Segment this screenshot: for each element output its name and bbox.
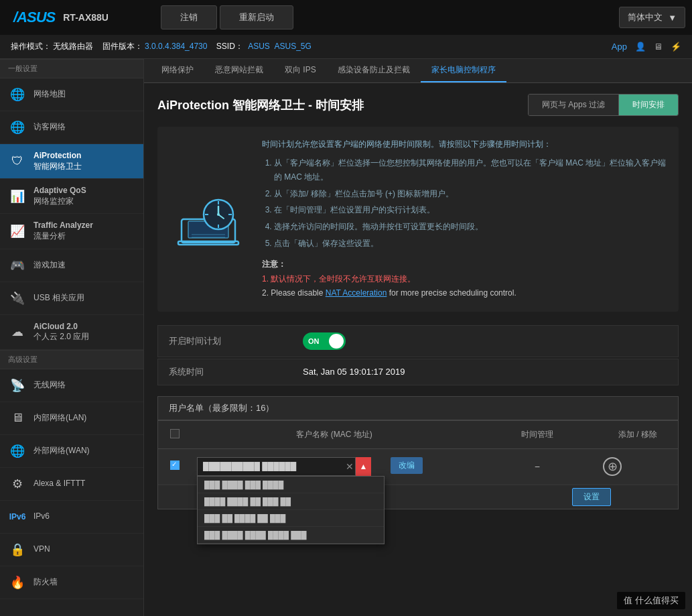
- lang-label: 简体中文: [628, 11, 663, 23]
- mode-label: 操作模式：: [11, 42, 51, 51]
- user-icon[interactable]: 👤: [635, 42, 646, 52]
- sidebar-item-lan[interactable]: 🖥 内部网络(LAN): [0, 402, 143, 435]
- note-warning-1: 1. 默认情况下，全时段不允许互联网连接。: [262, 274, 415, 284]
- sidebar-label-adaptive-qos: Adaptive QoS网络监控家: [33, 186, 86, 206]
- toggle-on-label: ON: [303, 337, 320, 345]
- col-header-add: 添加 / 移除: [598, 426, 678, 443]
- step-1: 从「客户端名称」栏位选择一位您想控制其网络使用的用户。您也可以在「客户端 MAC…: [274, 156, 668, 185]
- edit-button[interactable]: 改编: [391, 457, 423, 474]
- tab-network-protection[interactable]: 网络保护: [151, 59, 204, 82]
- dropdown-item-3[interactable]: ███ ██ ████ ██ ███: [198, 510, 384, 527]
- row-checkbox-cell: [158, 458, 192, 475]
- usb-icon[interactable]: ⚡: [671, 42, 681, 52]
- note-label: 注意：: [262, 259, 286, 269]
- wireless-icon: 📡: [8, 376, 27, 395]
- watermark: 值 什么值得买: [617, 592, 685, 609]
- input-dropdown-button[interactable]: ▲: [356, 457, 371, 476]
- info-icon-area: [168, 137, 249, 301]
- top-bar: /ASUS RT-AX88U 注销 重新启动 简体中文 ▼: [0, 0, 692, 35]
- lang-selector[interactable]: 简体中文 ▼: [619, 7, 685, 28]
- step-2: 从「添加/ 移除」栏位点击加号 (+) 图标新增用户。: [274, 187, 668, 202]
- ssid-value2[interactable]: ASUS_5G: [275, 42, 312, 51]
- info-description: 时间计划允许您设置客户端的网络使用时间限制。请按照以下步骤使用时间计划：: [262, 137, 668, 152]
- sidebar-label-network-map: 网络地图: [33, 89, 66, 100]
- sub-nav: 网络保护 恶意网站拦截 双向 IPS 感染设备防止及拦截 家长电脑控制程序: [144, 59, 692, 83]
- row-checkbox[interactable]: [170, 460, 180, 470]
- add-user-button[interactable]: ⊕: [603, 457, 622, 476]
- usb-apps-icon: 🔌: [8, 289, 27, 308]
- info-text: 时间计划允许您设置客户端的网络使用时间限制。请按照以下步骤使用时间计划： 从「客…: [262, 137, 668, 301]
- sidebar-item-vpn[interactable]: 🔒 VPN: [0, 534, 143, 566]
- sidebar-item-guest-network[interactable]: 🌐 访客网络: [0, 111, 143, 144]
- status-text: 操作模式： 无线路由器 固件版本： 3.0.0.4.384_4730 SSID：…: [11, 41, 312, 52]
- system-time-label: 系统时间: [169, 366, 303, 378]
- mode-value: 无线路由器: [53, 42, 93, 51]
- sidebar-item-game-boost[interactable]: 🎮 游戏加速: [0, 249, 143, 282]
- info-steps: 从「客户端名称」栏位选择一位您想控制其网络使用的用户。您也可以在「客户端 MAC…: [262, 156, 668, 251]
- tab-parental-control[interactable]: 家长电脑控制程序: [421, 59, 506, 82]
- schedule-toggle-row: 开启时间计划 ON: [157, 325, 679, 357]
- user-list-header: 用户名单（最多限制：16）: [157, 396, 679, 420]
- input-clear-button[interactable]: ✕: [346, 461, 354, 472]
- tab-malicious-site[interactable]: 恶意网站拦截: [204, 59, 274, 82]
- sidebar-item-traffic-analyzer[interactable]: 📈 Traffic Analyzer流量分析: [0, 214, 143, 249]
- sidebar-item-wireless[interactable]: 📡 无线网络: [0, 369, 143, 402]
- name-input-area: ✕ ▲: [197, 457, 371, 476]
- tab-infected-device[interactable]: 感染设备防止及拦截: [327, 59, 421, 82]
- wan-icon: 🌐: [8, 442, 27, 460]
- game-boost-icon: 🎮: [8, 256, 27, 275]
- ssid-value1[interactable]: ASUS: [248, 42, 270, 51]
- sidebar-item-usb-apps[interactable]: 🔌 USB 相关应用: [0, 282, 143, 315]
- info-section: 时间计划允许您设置客户端的网络使用时间限制。请按照以下步骤使用时间计划： 从「客…: [157, 127, 679, 312]
- info-note: 注意： 1. 默认情况下，全时段不允许互联网连接。 2. Please disa…: [262, 257, 668, 301]
- col-header-name: 客户名称 (MAC 地址): [192, 426, 477, 443]
- schedule-toggle-switch[interactable]: ON: [303, 332, 346, 350]
- dropdown-list: ███ ████ ███ ████ ████ ████ ██ ███ ██ ██…: [197, 476, 385, 544]
- nat-acceleration-link[interactable]: NAT Acceleration: [326, 288, 387, 298]
- sidebar-item-adaptive-qos[interactable]: 📊 Adaptive QoS网络监控家: [0, 179, 143, 214]
- reboot-button[interactable]: 重新启动: [220, 5, 293, 29]
- page-content: AiProtection 智能网络卫士 - 时间安排 网页与 Apps 过滤 时…: [144, 83, 692, 520]
- settings-button[interactable]: 设置: [572, 488, 611, 506]
- monitor-icon[interactable]: 🖥: [654, 42, 663, 52]
- dropdown-item-4[interactable]: ███ ████ ████ ████ ███: [198, 527, 384, 544]
- dropdown-item-2[interactable]: ████ ████ ██ ███ ██: [198, 493, 384, 510]
- aicloud-icon: ☁: [8, 322, 27, 341]
- clock-laptop-icon: [175, 189, 242, 249]
- app-link[interactable]: App: [612, 42, 627, 52]
- table-row: ✕ ▲ ███ ████ ███ ████ ████ ████ ██ ███ █…: [158, 449, 678, 485]
- tab-time-schedule[interactable]: 时间安排: [619, 95, 678, 115]
- chevron-down-icon: ▼: [668, 13, 677, 23]
- sidebar-label-aicloud: AiCloud 2.0个人云 2.0 应用: [33, 322, 89, 343]
- firewall-icon: 🔥: [8, 573, 27, 592]
- tab-web-apps-filter[interactable]: 网页与 Apps 过滤: [529, 95, 619, 115]
- step-3: 在「时间管理」栏位设置用户的实行计划表。: [274, 203, 668, 218]
- col-header-check: [158, 426, 192, 443]
- schedule-toggle-label: 开启时间计划: [169, 335, 303, 347]
- tab-two-way-ips[interactable]: 双向 IPS: [274, 59, 327, 82]
- sidebar-label-alexa: Alexa & IFTTT: [33, 479, 85, 489]
- sidebar-label-traffic-analyzer: Traffic Analyzer流量分析: [33, 221, 93, 241]
- page-header: AiProtection 智能网络卫士 - 时间安排 网页与 Apps 过滤 时…: [157, 94, 679, 116]
- advanced-section-header: 高级设置: [0, 350, 143, 369]
- logo-area: /ASUS RT-AX88U: [7, 9, 147, 26]
- logout-button[interactable]: 注销: [161, 5, 217, 29]
- sidebar-item-firewall[interactable]: 🔥 防火墙: [0, 566, 143, 599]
- guest-network-icon: 🌐: [8, 118, 27, 137]
- sidebar-item-aicloud[interactable]: ☁ AiCloud 2.0个人云 2.0 应用: [0, 315, 143, 350]
- sidebar-label-guest-network: 访客网络: [33, 122, 66, 133]
- dropdown-item-1[interactable]: ███ ████ ███ ████: [198, 477, 384, 493]
- sidebar-label-aiprotection: AiProtection智能网络卫士: [33, 151, 82, 172]
- sidebar-label-wireless: 无线网络: [33, 380, 66, 391]
- header-checkbox[interactable]: [170, 429, 180, 438]
- row-add-cell: ⊕: [598, 454, 678, 479]
- sidebar-item-aiprotection[interactable]: 🛡 AiProtection智能网络卫士: [0, 144, 143, 179]
- name-input[interactable]: [197, 457, 356, 476]
- col-header-time: 时间管理: [477, 426, 598, 443]
- sidebar-item-wan[interactable]: 🌐 外部网络(WAN): [0, 435, 143, 468]
- sidebar-item-ipv6[interactable]: IPv6 IPv6: [0, 501, 143, 534]
- sidebar-label-wan: 外部网络(WAN): [33, 446, 90, 456]
- sidebar-item-alexa[interactable]: ⚙ Alexa & IFTTT: [0, 468, 143, 501]
- firmware-value[interactable]: 3.0.0.4.384_4730: [145, 42, 207, 51]
- sidebar-item-network-map[interactable]: 🌐 网络地图: [0, 78, 143, 111]
